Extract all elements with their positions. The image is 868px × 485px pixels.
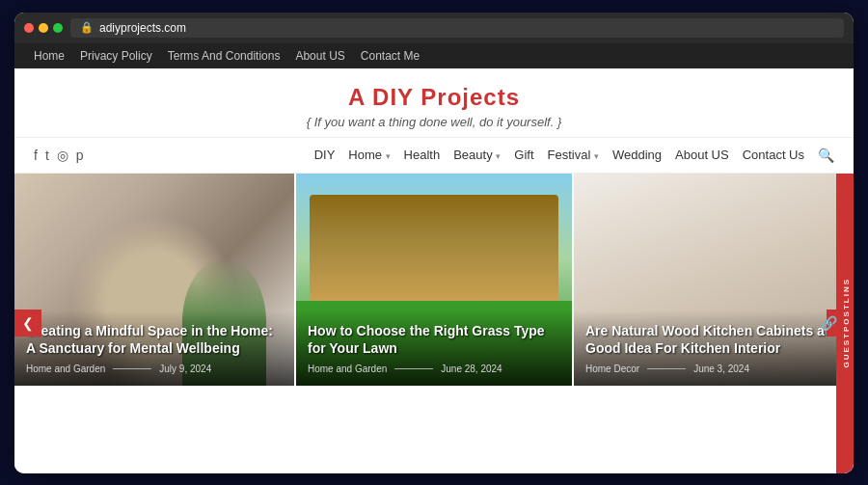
side-label[interactable]: GUESTPOSTLINS 🔗	[836, 174, 854, 473]
browser-chrome: 🔒 adiyprojects.com	[14, 13, 854, 43]
article-category-3: Home Decor	[585, 364, 639, 374]
article-overlay-2: How to Choose the Right Grass Type for Y…	[296, 310, 572, 385]
social-facebook[interactable]: f	[34, 148, 38, 163]
topnav-about[interactable]: About US	[295, 49, 344, 63]
article-overlay-3: Are Natural Wood Kitchen Cabinets a Good…	[574, 310, 854, 385]
nav-festival[interactable]: Festival ▾	[548, 148, 599, 162]
article-date-sep-3	[647, 368, 686, 369]
article-title-1: Creating a Mindful Space in the Home: A …	[26, 322, 283, 357]
article-date-3: June 3, 2024	[693, 364, 749, 374]
site-header: A DIY Projects { If you want a thing don…	[14, 68, 854, 138]
article-meta-2: Home and Garden June 28, 2024	[308, 364, 560, 374]
article-title-3: Are Natural Wood Kitchen Cabinets a Good…	[585, 322, 842, 357]
lock-icon: 🔒	[80, 21, 94, 34]
nav-links: DIY Home ▾ Health Beauty ▾ Gift Festival…	[314, 148, 804, 162]
site-tagline: { If you want a thing done well, do it y…	[34, 115, 834, 129]
nav-health[interactable]: Health	[404, 148, 441, 162]
nav-gift[interactable]: Gift	[514, 148, 533, 162]
nav-contactus[interactable]: Contact Us	[743, 148, 804, 162]
article-date-sep-2	[394, 368, 433, 369]
article-card-2[interactable]: How to Choose the Right Grass Type for Y…	[294, 174, 574, 386]
main-nav: f t ◎ p DIY Home ▾ Health Beauty ▾ Gift …	[14, 138, 854, 174]
side-label-text: GUESTPOSTLINS	[842, 278, 851, 368]
side-label-icon: 🔗	[821, 315, 838, 331]
dot-red[interactable]	[24, 23, 34, 33]
nav-diy[interactable]: DIY	[314, 148, 336, 162]
browser-window: 🔒 adiyprojects.com Home Privacy Policy T…	[14, 13, 854, 473]
social-instagram[interactable]: ◎	[57, 148, 68, 163]
article-title-2: How to Choose the Right Grass Type for Y…	[308, 322, 560, 357]
article-card-1[interactable]: Creating a Mindful Space in the Home: A …	[14, 174, 294, 386]
topnav-terms[interactable]: Terms And Conditions	[168, 49, 281, 63]
beauty-dropdown-arrow: ▾	[496, 151, 501, 161]
article-overlay-1: Creating a Mindful Space in the Home: A …	[14, 310, 294, 385]
nav-beauty[interactable]: Beauty ▾	[453, 148, 501, 162]
browser-dots	[24, 23, 63, 33]
top-nav: Home Privacy Policy Terms And Conditions…	[14, 43, 854, 68]
nav-aboutus[interactable]: About US	[675, 148, 729, 162]
dot-green[interactable]	[53, 23, 63, 33]
dot-yellow[interactable]	[39, 23, 48, 33]
topnav-privacy[interactable]: Privacy Policy	[80, 49, 152, 63]
site-title: A DIY Projects	[34, 84, 834, 111]
social-icons: f t ◎ p	[34, 148, 84, 163]
article-date-1: July 9, 2024	[159, 364, 211, 374]
article-category-2: Home and Garden	[308, 364, 387, 374]
topnav-contact[interactable]: Contact Me	[361, 49, 420, 63]
social-twitter[interactable]: t	[45, 148, 49, 163]
social-pinterest[interactable]: p	[76, 148, 84, 163]
article-card-3[interactable]: Are Natural Wood Kitchen Cabinets a Good…	[574, 174, 854, 386]
articles-grid: ❮ Creating a Mindful Space in the Home: …	[14, 174, 854, 473]
home-dropdown-arrow: ▾	[386, 151, 391, 161]
article-meta-1: Home and Garden July 9, 2024	[26, 364, 283, 374]
article-meta-3: Home Decor June 3, 2024	[585, 364, 842, 374]
address-bar[interactable]: 🔒 adiyprojects.com	[70, 18, 844, 38]
article-category-1: Home and Garden	[26, 364, 105, 374]
search-icon[interactable]: 🔍	[818, 148, 834, 163]
site-content: A DIY Projects { If you want a thing don…	[14, 68, 854, 473]
article-date-sep-1	[113, 368, 151, 369]
prev-arrow[interactable]: ❮	[14, 310, 41, 337]
nav-wedding[interactable]: Wedding	[612, 148, 662, 162]
nav-home[interactable]: Home ▾	[348, 148, 390, 162]
article-date-2: June 28, 2024	[441, 364, 502, 374]
festival-dropdown-arrow: ▾	[594, 151, 599, 161]
topnav-home[interactable]: Home	[34, 49, 65, 63]
address-text: adiyprojects.com	[99, 21, 186, 35]
